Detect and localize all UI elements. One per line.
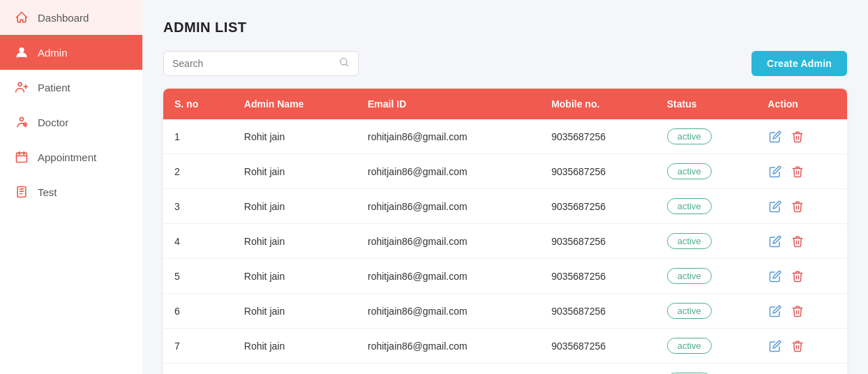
delete-button[interactable] bbox=[790, 234, 805, 249]
col-status: Status bbox=[656, 89, 757, 119]
action-icons bbox=[768, 129, 836, 144]
status-badge: active bbox=[667, 163, 712, 179]
status-badge: active bbox=[667, 268, 712, 284]
doctor-icon bbox=[14, 114, 29, 130]
cell-status: active bbox=[656, 364, 757, 375]
cell-sno: 4 bbox=[163, 224, 233, 259]
delete-button[interactable] bbox=[790, 164, 805, 179]
search-box[interactable] bbox=[163, 51, 359, 76]
col-mobile: Mobile no. bbox=[540, 89, 656, 119]
action-icons bbox=[768, 304, 836, 319]
search-input[interactable] bbox=[172, 58, 333, 69]
cell-status: active bbox=[656, 154, 757, 189]
delete-button[interactable] bbox=[790, 199, 805, 214]
admin-icon bbox=[14, 45, 29, 60]
cell-action bbox=[756, 154, 847, 189]
action-icons bbox=[768, 234, 836, 249]
col-sno: S. no bbox=[163, 89, 233, 119]
cell-sno: 6 bbox=[163, 294, 233, 329]
cell-sno: 5 bbox=[163, 259, 233, 294]
sidebar-item-test[interactable]: Test bbox=[0, 174, 142, 209]
cell-email: rohitjain86@gmail.com bbox=[357, 329, 540, 364]
edit-button[interactable] bbox=[768, 129, 783, 144]
cell-name: Rohit jain bbox=[233, 154, 357, 189]
table-row: 5 Rohit jain rohitjain86@gmail.com 90356… bbox=[163, 259, 847, 294]
cell-action bbox=[756, 224, 847, 259]
table-row: 8 Rohit jain rohitjain86@gmail.com 90356… bbox=[163, 364, 847, 375]
cell-name: Rohit jain bbox=[233, 294, 357, 329]
cell-mobile: 9035687256 bbox=[540, 294, 656, 329]
sidebar-item-patient[interactable]: Patient bbox=[0, 70, 142, 105]
cell-action bbox=[756, 329, 847, 364]
search-icon bbox=[338, 57, 350, 70]
edit-button[interactable] bbox=[768, 199, 783, 214]
page-title: ADMIN LIST bbox=[163, 20, 847, 36]
admin-table: S. no Admin Name Email ID Mobile no. Sta… bbox=[163, 89, 847, 374]
sidebar-item-dashboard[interactable]: Dashboard bbox=[0, 0, 142, 35]
cell-email: rohitjain86@gmail.com bbox=[357, 154, 540, 189]
cell-sno: 8 bbox=[163, 364, 233, 375]
main-content: ADMIN LIST Create Admin S. no Admin Name… bbox=[142, 0, 868, 374]
action-icons bbox=[768, 269, 836, 284]
cell-status: active bbox=[656, 189, 757, 224]
cell-email: rohitjain86@gmail.com bbox=[357, 294, 540, 329]
cell-sno: 7 bbox=[163, 329, 233, 364]
svg-rect-4 bbox=[17, 153, 27, 162]
patient-icon bbox=[14, 80, 29, 95]
toolbar: Create Admin bbox=[163, 51, 847, 76]
cell-status: active bbox=[656, 294, 757, 329]
cell-name: Rohit jain bbox=[233, 224, 357, 259]
status-badge: active bbox=[667, 198, 712, 214]
edit-button[interactable] bbox=[768, 234, 783, 249]
cell-status: active bbox=[656, 329, 757, 364]
cell-mobile: 9035687256 bbox=[540, 364, 656, 375]
delete-button[interactable] bbox=[790, 304, 805, 319]
home-icon bbox=[14, 10, 29, 25]
sidebar-item-admin[interactable]: Admin bbox=[0, 35, 142, 70]
svg-point-6 bbox=[23, 154, 25, 156]
cell-action bbox=[756, 259, 847, 294]
action-icons bbox=[768, 199, 836, 214]
sidebar-item-label: Doctor bbox=[38, 117, 68, 128]
test-icon bbox=[14, 184, 29, 200]
edit-button[interactable] bbox=[768, 304, 783, 319]
delete-button[interactable] bbox=[790, 129, 805, 144]
col-action: Action bbox=[756, 89, 847, 119]
table-row: 1 Rohit jain rohitjain86@gmail.com 90356… bbox=[163, 119, 847, 154]
status-badge: active bbox=[667, 128, 712, 144]
sidebar-item-appointment[interactable]: Appointment bbox=[0, 140, 142, 174]
edit-button[interactable] bbox=[768, 164, 783, 179]
sidebar-item-label: Test bbox=[38, 186, 57, 198]
cell-action bbox=[756, 294, 847, 329]
svg-point-2 bbox=[20, 117, 24, 121]
edit-button[interactable] bbox=[768, 269, 783, 284]
sidebar-item-doctor[interactable]: Doctor bbox=[0, 105, 142, 140]
svg-point-0 bbox=[20, 47, 24, 52]
table-row: 3 Rohit jain rohitjain86@gmail.com 90356… bbox=[163, 189, 847, 224]
table-header-row: S. no Admin Name Email ID Mobile no. Sta… bbox=[163, 89, 847, 119]
cell-name: Rohit jain bbox=[233, 119, 357, 154]
cell-status: active bbox=[656, 259, 757, 294]
edit-button[interactable] bbox=[768, 338, 783, 354]
sidebar-item-label: Appointment bbox=[38, 151, 96, 163]
cell-email: rohitjain86@gmail.com bbox=[357, 119, 540, 154]
svg-point-5 bbox=[18, 154, 20, 156]
delete-button[interactable] bbox=[790, 338, 805, 354]
create-admin-button[interactable]: Create Admin bbox=[751, 51, 847, 76]
cell-name: Rohit jain bbox=[233, 259, 357, 294]
cell-mobile: 9035687256 bbox=[540, 259, 656, 294]
action-icons bbox=[768, 164, 836, 179]
status-badge: active bbox=[667, 303, 712, 319]
cell-email: rohitjain86@gmail.com bbox=[357, 224, 540, 259]
table-row: 6 Rohit jain rohitjain86@gmail.com 90356… bbox=[163, 294, 847, 329]
cell-action bbox=[756, 119, 847, 154]
delete-button[interactable] bbox=[790, 269, 805, 284]
cell-sno: 1 bbox=[163, 119, 233, 154]
cell-action bbox=[756, 189, 847, 224]
cell-email: rohitjain86@gmail.com bbox=[357, 189, 540, 224]
cell-mobile: 9035687256 bbox=[540, 224, 656, 259]
col-email: Email ID bbox=[357, 89, 540, 119]
sidebar-item-label: Admin bbox=[38, 47, 68, 59]
cell-name: Rohit jain bbox=[233, 329, 357, 364]
col-name: Admin Name bbox=[233, 89, 357, 119]
